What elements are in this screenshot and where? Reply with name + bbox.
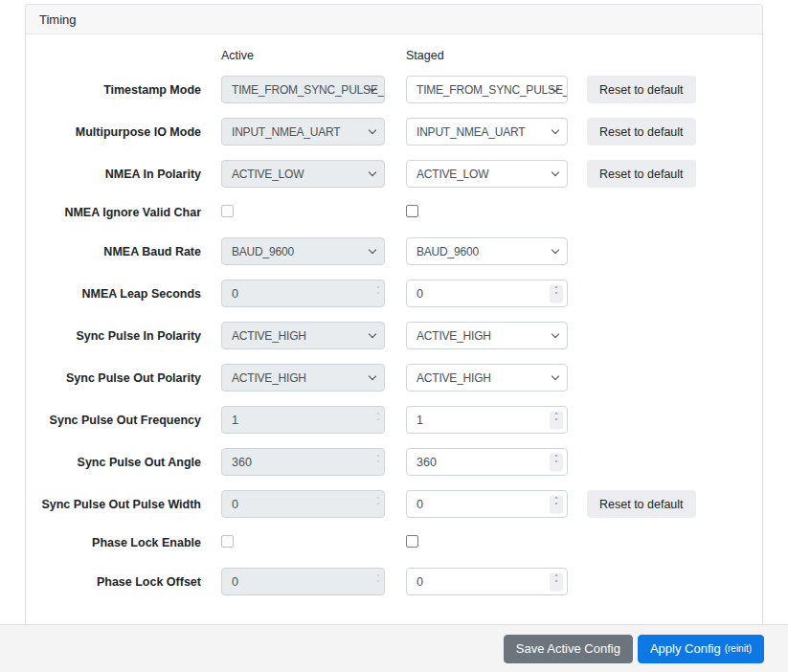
number-value: 0 bbox=[232, 287, 238, 301]
reset-to-default-button[interactable]: Reset to default bbox=[587, 490, 696, 518]
reset-to-default-button[interactable]: Reset to default bbox=[587, 76, 696, 103]
staged-number-input-sync-pulse-out-angle[interactable]: 360˄˅ bbox=[406, 448, 568, 476]
column-header-active: Active bbox=[221, 49, 406, 62]
cell-staged bbox=[406, 534, 568, 551]
column-headers: Active Staged bbox=[26, 49, 743, 62]
form-row-phase-lock-offset: Phase Lock Offset0˄˅0˄˅ bbox=[26, 568, 743, 595]
active-checkbox-phase-lock-enable bbox=[221, 535, 234, 548]
column-header-spacer bbox=[26, 49, 221, 62]
active-number-input-sync-pulse-out-frequency: 1˄˅ bbox=[221, 406, 385, 434]
cell-staged: 0˄˅ bbox=[406, 568, 568, 595]
cell-staged: BAUD_9600 bbox=[406, 237, 568, 265]
row-label: NMEA In Polarity bbox=[26, 168, 201, 181]
staged-select-timestamp-mode[interactable]: TIME_FROM_SYNC_PULSE_IN bbox=[406, 76, 568, 103]
number-stepper[interactable]: ˄˅ bbox=[550, 495, 563, 513]
staged-number-input-sync-pulse-out-pulse-width[interactable]: 0˄˅ bbox=[406, 490, 568, 518]
spin-down-icon: ˅ bbox=[554, 504, 558, 510]
number-stepper: ˄˅ bbox=[376, 414, 380, 426]
number-stepper: ˄˅ bbox=[376, 499, 380, 510]
active-select-nmea-baud-rate: BAUD_9600 bbox=[221, 237, 385, 265]
form-row-nmea-baud-rate: NMEA Baud RateBAUD_9600BAUD_9600 bbox=[26, 237, 743, 265]
active-number-input-sync-pulse-out-angle: 360˄˅ bbox=[221, 448, 385, 476]
row-label: Sync Pulse Out Frequency bbox=[26, 414, 201, 427]
select-value: ACTIVE_HIGH bbox=[232, 371, 306, 385]
cell-active: 1˄˅ bbox=[221, 406, 385, 434]
staged-checkbox-phase-lock-enable[interactable] bbox=[406, 535, 418, 548]
number-value: 0 bbox=[417, 575, 423, 589]
save-active-config-button[interactable]: Save Active Config bbox=[504, 635, 633, 663]
form-row-sync-pulse-out-pulse-width: Sync Pulse Out Pulse Width0˄˅0˄˅Reset to… bbox=[26, 490, 743, 518]
staged-number-input-sync-pulse-out-frequency[interactable]: 1˄˅ bbox=[406, 406, 568, 434]
spin-down-icon: ˅ bbox=[554, 582, 558, 588]
number-stepper[interactable]: ˄˅ bbox=[550, 284, 563, 302]
number-stepper[interactable]: ˄˅ bbox=[550, 572, 563, 591]
cell-staged: ACTIVE_LOW bbox=[406, 160, 568, 188]
cell-staged: TIME_FROM_SYNC_PULSE_IN bbox=[406, 76, 568, 103]
row-label: NMEA Baud Rate bbox=[26, 245, 201, 258]
spin-down-icon: ˅ bbox=[554, 420, 558, 426]
chevron-down-icon bbox=[552, 168, 559, 175]
form-row-timestamp-mode: Timestamp ModeTIME_FROM_SYNC_PULSE_INTIM… bbox=[26, 76, 743, 103]
cell-staged bbox=[406, 204, 568, 221]
active-number-input-nmea-leap-seconds: 0˄˅ bbox=[221, 280, 385, 307]
chevron-down-icon bbox=[369, 329, 376, 337]
number-value: 1 bbox=[417, 414, 423, 427]
spin-down-icon: ˅ bbox=[376, 294, 380, 300]
row-label: Sync Pulse Out Angle bbox=[26, 456, 201, 469]
active-number-input-phase-lock-offset: 0˄˅ bbox=[221, 568, 385, 595]
cell-staged: 0˄˅ bbox=[406, 490, 568, 518]
cell-active bbox=[221, 204, 385, 221]
chevron-down-icon bbox=[552, 245, 559, 253]
staged-number-input-phase-lock-offset[interactable]: 0˄˅ bbox=[406, 568, 568, 595]
staged-select-multipurpose-io-mode[interactable]: INPUT_NMEA_UART bbox=[406, 118, 568, 146]
cell-active: ACTIVE_LOW bbox=[221, 160, 385, 188]
chevron-down-icon bbox=[369, 371, 376, 379]
timing-panel: Timing Active Staged Timestamp ModeTIME_… bbox=[25, 4, 763, 636]
cell-reset: Reset to default bbox=[587, 76, 696, 103]
number-value: 360 bbox=[417, 456, 437, 469]
staged-number-input-nmea-leap-seconds[interactable]: 0˄˅ bbox=[406, 280, 568, 307]
staged-select-sync-pulse-in-polarity[interactable]: ACTIVE_HIGH bbox=[406, 322, 568, 349]
panel-body: Active Staged Timestamp ModeTIME_FROM_SY… bbox=[26, 34, 762, 635]
staged-checkbox-nmea-ignore-valid-char[interactable] bbox=[406, 205, 418, 217]
number-stepper[interactable]: ˄˅ bbox=[550, 411, 563, 429]
chevron-down-icon bbox=[552, 329, 559, 337]
number-value: 0 bbox=[232, 575, 238, 589]
chevron-down-icon bbox=[552, 125, 559, 133]
cell-active: TIME_FROM_SYNC_PULSE_IN bbox=[221, 76, 385, 103]
chevron-down-icon bbox=[552, 371, 559, 379]
spin-down-icon: ˅ bbox=[376, 504, 380, 510]
form-row-sync-pulse-out-frequency: Sync Pulse Out Frequency1˄˅1˄˅ bbox=[26, 406, 743, 434]
form-row-nmea-in-polarity: NMEA In PolarityACTIVE_LOWACTIVE_LOWRese… bbox=[26, 160, 743, 188]
active-select-multipurpose-io-mode: INPUT_NMEA_UART bbox=[221, 118, 385, 146]
staged-select-nmea-baud-rate[interactable]: BAUD_9600 bbox=[406, 237, 568, 265]
row-label: Timestamp Mode bbox=[26, 83, 201, 97]
apply-config-button[interactable]: Apply Config (reinit) bbox=[638, 635, 764, 663]
page: Timing Active Staged Timestamp ModeTIME_… bbox=[0, 0, 788, 672]
spin-down-icon: ˅ bbox=[554, 462, 558, 468]
cell-staged: 0˄˅ bbox=[406, 280, 568, 307]
select-value: BAUD_9600 bbox=[417, 245, 479, 258]
reset-to-default-button[interactable]: Reset to default bbox=[587, 118, 696, 146]
reset-to-default-button[interactable]: Reset to default bbox=[587, 160, 696, 188]
row-label: Phase Lock Offset bbox=[26, 575, 201, 589]
spin-down-icon: ˅ bbox=[376, 420, 380, 426]
select-value: ACTIVE_HIGH bbox=[417, 371, 491, 385]
staged-select-nmea-in-polarity[interactable]: ACTIVE_LOW bbox=[406, 160, 568, 188]
cell-reset: Reset to default bbox=[587, 160, 696, 188]
number-stepper[interactable]: ˄˅ bbox=[550, 453, 563, 471]
row-label: NMEA Ignore Valid Char bbox=[26, 206, 201, 219]
row-label: Sync Pulse Out Polarity bbox=[26, 371, 201, 385]
chevron-down-icon bbox=[369, 125, 376, 133]
column-header-staged: Staged bbox=[406, 49, 444, 62]
cell-staged: INPUT_NMEA_UART bbox=[406, 118, 568, 146]
staged-select-sync-pulse-out-polarity[interactable]: ACTIVE_HIGH bbox=[406, 364, 568, 392]
panel-header: Timing bbox=[26, 5, 762, 34]
cell-staged: ACTIVE_HIGH bbox=[406, 364, 568, 392]
cell-reset: Reset to default bbox=[587, 490, 696, 518]
row-label: Sync Pulse In Polarity bbox=[26, 329, 201, 343]
number-stepper: ˄˅ bbox=[376, 457, 380, 468]
footer-bar: Save Active Config Apply Config (reinit) bbox=[0, 624, 788, 672]
active-select-nmea-in-polarity: ACTIVE_LOW bbox=[221, 160, 385, 188]
select-value: TIME_FROM_SYNC_PULSE_IN bbox=[417, 83, 568, 97]
